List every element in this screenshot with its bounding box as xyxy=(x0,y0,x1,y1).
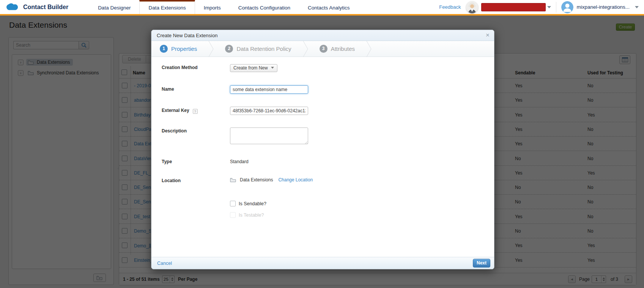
step-label: Attributes xyxy=(331,46,355,52)
app-root: Contact Builder Data DesignerData Extens… xyxy=(0,0,644,288)
type-label: Type xyxy=(162,159,172,164)
location-value: Data Extensions xyxy=(240,177,273,183)
creation-method-label: Creation Method xyxy=(162,65,198,70)
folder-icon xyxy=(230,178,236,183)
account-chevron-down-icon[interactable] xyxy=(635,6,639,10)
einstein-avatar[interactable] xyxy=(466,1,478,13)
type-value: Standard xyxy=(230,159,249,164)
external-key-label: External Key? xyxy=(162,108,198,114)
step-chevron-separator xyxy=(366,41,372,57)
nav-right: Feedback xyxy=(439,0,644,14)
step-number-badge: 1 xyxy=(160,45,168,53)
creation-method-dropdown[interactable]: Create from New xyxy=(230,64,277,72)
cancel-button[interactable]: Cancel xyxy=(157,261,172,266)
step-label: Properties xyxy=(171,46,197,52)
top-nav: Contact Builder Data DesignerData Extens… xyxy=(0,0,644,16)
step-chevron-separator xyxy=(208,41,214,57)
chevron-down-icon xyxy=(271,67,274,70)
external-key-input[interactable] xyxy=(230,107,308,115)
nav-tab-imports[interactable]: Imports xyxy=(195,0,230,14)
create-data-extension-modal: Create New Data Extension × 1 Properties… xyxy=(151,30,494,269)
user-avatar[interactable] xyxy=(561,1,573,13)
salesforce-cloud-logo-icon xyxy=(6,2,19,12)
nav-tabs: Data DesignerData ExtensionsImportsConta… xyxy=(89,0,358,14)
change-location-link[interactable]: Change Location xyxy=(278,177,313,183)
modal-title: Create New Data Extension xyxy=(157,33,217,38)
feedback-link[interactable]: Feedback xyxy=(439,4,461,10)
is-testable-checkbox xyxy=(230,212,236,218)
nav-divider xyxy=(556,2,556,13)
step-chevron-separator xyxy=(303,41,308,57)
redacted-account-selector[interactable] xyxy=(481,3,546,11)
wizard-steps: 1 Properties 2 Data Retention Policy 3 A… xyxy=(151,41,494,57)
location-row: Data Extensions Change Location xyxy=(230,177,313,183)
nav-tab-data-extensions[interactable]: Data Extensions xyxy=(139,0,195,14)
wizard-step[interactable]: 2 Data Retention Policy xyxy=(225,45,291,53)
is-testable-row: Is Testable? xyxy=(230,212,264,218)
modal-titlebar: Create New Data Extension × xyxy=(151,30,494,41)
app-title: Contact Builder xyxy=(23,4,68,11)
external-key-label-text: External Key xyxy=(162,108,189,113)
nav-brand: Contact Builder xyxy=(0,0,68,14)
wizard-step[interactable]: 3 Attributes xyxy=(320,45,355,53)
location-label: Location xyxy=(162,178,181,183)
description-textarea[interactable] xyxy=(230,127,308,144)
close-icon[interactable]: × xyxy=(486,31,490,39)
name-input[interactable] xyxy=(230,85,308,94)
step-number-badge: 2 xyxy=(225,45,233,53)
name-label: Name xyxy=(162,87,174,92)
next-button[interactable]: Next xyxy=(473,259,490,268)
step-number-badge: 3 xyxy=(320,45,328,53)
wizard-step[interactable]: 1 Properties xyxy=(160,45,197,53)
help-icon[interactable]: ? xyxy=(193,109,198,114)
is-sendable-label: Is Sendable? xyxy=(239,201,266,206)
chevron-down-icon xyxy=(547,6,551,10)
account-name[interactable]: mixpanel-integrations... xyxy=(576,4,630,10)
nav-tab-contacts-analytics[interactable]: Contacts Analytics xyxy=(299,0,358,14)
creation-method-value: Create from New xyxy=(233,65,268,71)
person-icon xyxy=(561,1,573,13)
nav-tab-contacts-configuration[interactable]: Contacts Configuration xyxy=(230,0,299,14)
is-sendable-checkbox[interactable] xyxy=(230,201,236,206)
is-sendable-row: Is Sendable? xyxy=(230,201,266,206)
nav-tab-data-designer[interactable]: Data Designer xyxy=(89,0,139,14)
step-label: Data Retention Policy xyxy=(236,46,291,52)
is-testable-label: Is Testable? xyxy=(239,212,264,218)
einstein-character-icon xyxy=(466,1,478,13)
modal-footer: Cancel Next xyxy=(151,257,494,269)
description-label: Description xyxy=(162,128,187,134)
